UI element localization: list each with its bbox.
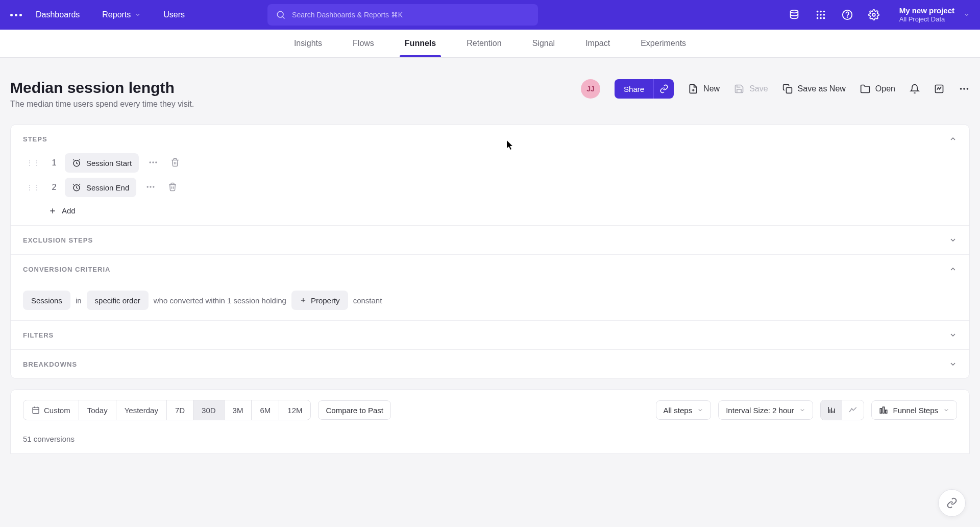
svg-point-23	[150, 161, 151, 163]
avatar[interactable]: JJ	[581, 79, 600, 99]
svg-point-29	[153, 186, 154, 187]
help-icon	[842, 9, 853, 20]
svg-point-6	[816, 14, 818, 16]
date-today-button[interactable]: Today	[79, 400, 116, 420]
date-custom-button[interactable]: Custom	[23, 400, 79, 420]
top-bar: Dashboards Reports Users Search Dashboar…	[0, 0, 980, 30]
step-delete-button[interactable]	[167, 155, 183, 172]
tab-experiments[interactable]: Experiments	[641, 30, 686, 57]
date-yesterday-button[interactable]: Yesterday	[116, 400, 167, 420]
steps-header[interactable]: STEPS	[11, 125, 969, 153]
apps-grid-icon-button[interactable]	[814, 8, 828, 22]
step-number: 2	[50, 183, 59, 192]
funnel-steps-dropdown[interactable]: Funnel Steps	[871, 400, 957, 420]
svg-rect-34	[33, 408, 39, 414]
tab-flows[interactable]: Flows	[353, 30, 374, 57]
conversion-criteria-label: CONVERSION CRITERIA	[23, 266, 110, 273]
settings-icon-button[interactable]	[867, 8, 881, 22]
svg-point-0	[277, 11, 283, 17]
tab-impact[interactable]: Impact	[585, 30, 610, 57]
copy-icon	[782, 84, 793, 94]
help-icon-button[interactable]	[840, 8, 854, 22]
config-card: STEPS ⋮⋮ 1 Session Start ⋮⋮ 2 Session En…	[10, 124, 970, 379]
date-range-segments: Custom Today Yesterday 7D 30D 3M 6M 12M	[23, 400, 311, 420]
step-more-button[interactable]	[142, 179, 159, 197]
database-icon-button[interactable]	[787, 8, 801, 22]
tab-retention[interactable]: Retention	[467, 30, 502, 57]
nav-dashboards[interactable]: Dashboards	[24, 0, 91, 30]
compare-to-past-button[interactable]: Compare to Past	[318, 400, 391, 420]
tab-insights[interactable]: Insights	[294, 30, 322, 57]
more-horizontal-icon	[145, 182, 156, 192]
step-event-selector[interactable]: Session End	[65, 178, 136, 197]
date-12m-button[interactable]: 12M	[279, 400, 310, 420]
share-button[interactable]: Share	[615, 79, 653, 99]
sessions-selector[interactable]: Sessions	[23, 291, 70, 310]
interval-size-label: Interval Size: 2 hour	[726, 406, 794, 415]
page-header: Median session length The median time us…	[0, 58, 980, 124]
svg-point-27	[147, 186, 149, 187]
new-button[interactable]: New	[688, 84, 720, 94]
save-button: Save	[734, 84, 768, 94]
svg-point-3	[816, 11, 818, 13]
date-30d-button[interactable]: 30D	[193, 400, 225, 420]
add-step-button[interactable]: Add	[23, 202, 957, 215]
drag-handle-icon[interactable]: ⋮⋮	[23, 156, 43, 170]
trash-icon	[170, 158, 180, 167]
save-icon	[734, 84, 744, 94]
svg-rect-17	[786, 88, 792, 93]
tab-funnels[interactable]: Funnels	[405, 30, 436, 57]
filters-header[interactable]: FILTERS	[11, 321, 969, 349]
exclusion-steps-label: EXCLUSION STEPS	[23, 236, 93, 244]
svg-point-9	[816, 17, 818, 19]
drag-handle-icon[interactable]: ⋮⋮	[23, 180, 43, 195]
svg-rect-45	[885, 410, 887, 413]
nav-users[interactable]: Users	[152, 0, 196, 30]
svg-line-1	[283, 17, 285, 19]
tab-signal[interactable]: Signal	[532, 30, 555, 57]
conversion-criteria-header[interactable]: CONVERSION CRITERIA	[11, 255, 969, 283]
svg-point-25	[155, 161, 157, 163]
save-label: Save	[749, 84, 768, 93]
header-actions: JJ Share New Save Save as New Open	[581, 79, 970, 99]
gear-icon	[868, 9, 879, 20]
database-icon	[789, 9, 800, 20]
search-input[interactable]: Search Dashboards & Reports ⌘K	[267, 4, 538, 26]
notifications-button[interactable]	[910, 84, 920, 94]
order-selector[interactable]: specific order	[87, 291, 149, 310]
more-button[interactable]	[959, 83, 970, 94]
bar-chart-toggle[interactable]	[821, 400, 842, 420]
window-dots-icon	[10, 14, 24, 16]
save-as-new-button[interactable]: Save as New	[782, 84, 846, 94]
svg-point-13	[847, 17, 847, 17]
conversions-count: 51 conversions	[23, 435, 957, 443]
svg-point-20	[963, 88, 965, 90]
add-step-label: Add	[62, 206, 76, 215]
property-selector[interactable]: Property	[291, 291, 348, 310]
bar-chart-icon	[827, 405, 836, 415]
step-delete-button[interactable]	[165, 179, 180, 196]
date-custom-label: Custom	[44, 406, 70, 415]
all-steps-dropdown[interactable]: All steps	[656, 400, 712, 420]
open-button[interactable]: Open	[860, 84, 895, 94]
date-3m-button[interactable]: 3M	[225, 400, 252, 420]
nav-reports[interactable]: Reports	[91, 0, 152, 30]
help-fab[interactable]	[938, 489, 966, 517]
exclusion-steps-header[interactable]: EXCLUSION STEPS	[11, 226, 969, 254]
interval-size-dropdown[interactable]: Interval Size: 2 hour	[718, 400, 813, 420]
svg-point-4	[820, 11, 822, 13]
project-selector[interactable]: My new project All Project Data	[899, 6, 970, 23]
line-chart-toggle[interactable]	[842, 400, 864, 420]
date-6m-button[interactable]: 6M	[252, 400, 279, 420]
clock-icon	[72, 183, 81, 192]
line-chart-icon	[848, 405, 857, 415]
step-more-button[interactable]	[145, 154, 161, 172]
criteria-text-who: who converted within 1 session holding	[154, 296, 286, 305]
date-7d-button[interactable]: 7D	[167, 400, 193, 420]
chevron-down-icon	[949, 236, 957, 244]
breakdowns-header[interactable]: BREAKDOWNS	[11, 350, 969, 378]
share-link-button[interactable]	[653, 79, 674, 99]
chart-switch-button[interactable]	[934, 84, 944, 94]
step-event-selector[interactable]: Session Start	[65, 153, 139, 173]
svg-rect-44	[883, 407, 884, 413]
